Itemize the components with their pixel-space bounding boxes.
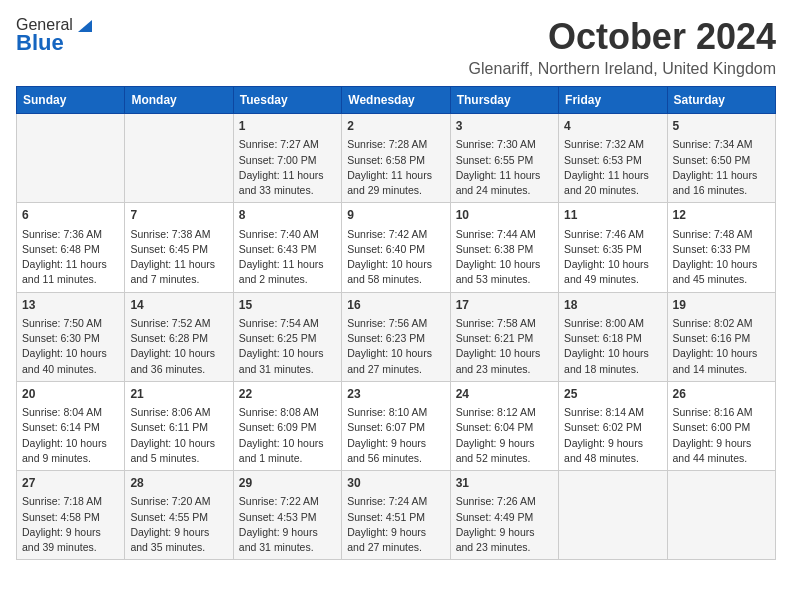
calendar-cell [667, 471, 775, 560]
day-number: 31 [456, 475, 553, 492]
day-info: Sunrise: 7:48 AM Sunset: 6:33 PM Dayligh… [673, 227, 770, 288]
day-info: Sunrise: 7:52 AM Sunset: 6:28 PM Dayligh… [130, 316, 227, 377]
day-number: 1 [239, 118, 336, 135]
calendar-cell: 4Sunrise: 7:32 AM Sunset: 6:53 PM Daylig… [559, 114, 667, 203]
day-info: Sunrise: 7:36 AM Sunset: 6:48 PM Dayligh… [22, 227, 119, 288]
calendar-cell: 23Sunrise: 8:10 AM Sunset: 6:07 PM Dayli… [342, 381, 450, 470]
day-info: Sunrise: 8:04 AM Sunset: 6:14 PM Dayligh… [22, 405, 119, 466]
calendar-week-row: 20Sunrise: 8:04 AM Sunset: 6:14 PM Dayli… [17, 381, 776, 470]
calendar-cell: 14Sunrise: 7:52 AM Sunset: 6:28 PM Dayli… [125, 292, 233, 381]
calendar-cell [17, 114, 125, 203]
day-number: 10 [456, 207, 553, 224]
calendar-week-row: 1Sunrise: 7:27 AM Sunset: 7:00 PM Daylig… [17, 114, 776, 203]
day-info: Sunrise: 7:50 AM Sunset: 6:30 PM Dayligh… [22, 316, 119, 377]
day-info: Sunrise: 8:06 AM Sunset: 6:11 PM Dayligh… [130, 405, 227, 466]
day-info: Sunrise: 7:44 AM Sunset: 6:38 PM Dayligh… [456, 227, 553, 288]
month-title: October 2024 [469, 16, 776, 58]
day-number: 8 [239, 207, 336, 224]
day-info: Sunrise: 7:32 AM Sunset: 6:53 PM Dayligh… [564, 137, 661, 198]
day-number: 4 [564, 118, 661, 135]
day-number: 7 [130, 207, 227, 224]
day-number: 6 [22, 207, 119, 224]
day-number: 2 [347, 118, 444, 135]
calendar-body: 1Sunrise: 7:27 AM Sunset: 7:00 PM Daylig… [17, 114, 776, 560]
calendar-cell: 11Sunrise: 7:46 AM Sunset: 6:35 PM Dayli… [559, 203, 667, 292]
calendar-cell: 24Sunrise: 8:12 AM Sunset: 6:04 PM Dayli… [450, 381, 558, 470]
day-number: 11 [564, 207, 661, 224]
day-info: Sunrise: 7:40 AM Sunset: 6:43 PM Dayligh… [239, 227, 336, 288]
day-number: 13 [22, 297, 119, 314]
day-number: 19 [673, 297, 770, 314]
page-header: General Blue October 2024 Glenariff, Nor… [16, 16, 776, 78]
calendar-cell: 17Sunrise: 7:58 AM Sunset: 6:21 PM Dayli… [450, 292, 558, 381]
day-info: Sunrise: 7:26 AM Sunset: 4:49 PM Dayligh… [456, 494, 553, 555]
day-number: 23 [347, 386, 444, 403]
calendar-cell: 22Sunrise: 8:08 AM Sunset: 6:09 PM Dayli… [233, 381, 341, 470]
day-info: Sunrise: 8:12 AM Sunset: 6:04 PM Dayligh… [456, 405, 553, 466]
day-info: Sunrise: 7:42 AM Sunset: 6:40 PM Dayligh… [347, 227, 444, 288]
day-info: Sunrise: 8:10 AM Sunset: 6:07 PM Dayligh… [347, 405, 444, 466]
calendar-cell: 1Sunrise: 7:27 AM Sunset: 7:00 PM Daylig… [233, 114, 341, 203]
day-info: Sunrise: 7:56 AM Sunset: 6:23 PM Dayligh… [347, 316, 444, 377]
calendar-cell: 13Sunrise: 7:50 AM Sunset: 6:30 PM Dayli… [17, 292, 125, 381]
logo-triangle-icon [74, 16, 92, 34]
calendar-cell: 28Sunrise: 7:20 AM Sunset: 4:55 PM Dayli… [125, 471, 233, 560]
day-info: Sunrise: 7:28 AM Sunset: 6:58 PM Dayligh… [347, 137, 444, 198]
day-info: Sunrise: 7:18 AM Sunset: 4:58 PM Dayligh… [22, 494, 119, 555]
calendar-cell: 29Sunrise: 7:22 AM Sunset: 4:53 PM Dayli… [233, 471, 341, 560]
day-header-wednesday: Wednesday [342, 87, 450, 114]
calendar-cell: 12Sunrise: 7:48 AM Sunset: 6:33 PM Dayli… [667, 203, 775, 292]
calendar-cell: 19Sunrise: 8:02 AM Sunset: 6:16 PM Dayli… [667, 292, 775, 381]
day-number: 16 [347, 297, 444, 314]
calendar-cell: 31Sunrise: 7:26 AM Sunset: 4:49 PM Dayli… [450, 471, 558, 560]
calendar-cell [559, 471, 667, 560]
day-number: 14 [130, 297, 227, 314]
calendar-cell: 20Sunrise: 8:04 AM Sunset: 6:14 PM Dayli… [17, 381, 125, 470]
calendar-cell: 7Sunrise: 7:38 AM Sunset: 6:45 PM Daylig… [125, 203, 233, 292]
title-area: October 2024 Glenariff, Northern Ireland… [469, 16, 776, 78]
calendar-cell: 25Sunrise: 8:14 AM Sunset: 6:02 PM Dayli… [559, 381, 667, 470]
day-info: Sunrise: 8:00 AM Sunset: 6:18 PM Dayligh… [564, 316, 661, 377]
day-number: 27 [22, 475, 119, 492]
day-number: 17 [456, 297, 553, 314]
day-number: 15 [239, 297, 336, 314]
day-info: Sunrise: 7:34 AM Sunset: 6:50 PM Dayligh… [673, 137, 770, 198]
day-info: Sunrise: 7:46 AM Sunset: 6:35 PM Dayligh… [564, 227, 661, 288]
day-info: Sunrise: 7:22 AM Sunset: 4:53 PM Dayligh… [239, 494, 336, 555]
day-number: 9 [347, 207, 444, 224]
day-number: 26 [673, 386, 770, 403]
logo: General Blue [16, 16, 93, 56]
day-info: Sunrise: 7:24 AM Sunset: 4:51 PM Dayligh… [347, 494, 444, 555]
calendar-cell: 9Sunrise: 7:42 AM Sunset: 6:40 PM Daylig… [342, 203, 450, 292]
calendar-header-row: SundayMondayTuesdayWednesdayThursdayFrid… [17, 87, 776, 114]
day-number: 3 [456, 118, 553, 135]
day-info: Sunrise: 8:08 AM Sunset: 6:09 PM Dayligh… [239, 405, 336, 466]
svg-marker-0 [78, 20, 92, 32]
day-number: 21 [130, 386, 227, 403]
day-info: Sunrise: 8:02 AM Sunset: 6:16 PM Dayligh… [673, 316, 770, 377]
day-info: Sunrise: 7:58 AM Sunset: 6:21 PM Dayligh… [456, 316, 553, 377]
calendar-cell: 26Sunrise: 8:16 AM Sunset: 6:00 PM Dayli… [667, 381, 775, 470]
calendar-cell: 10Sunrise: 7:44 AM Sunset: 6:38 PM Dayli… [450, 203, 558, 292]
day-number: 29 [239, 475, 336, 492]
day-info: Sunrise: 7:27 AM Sunset: 7:00 PM Dayligh… [239, 137, 336, 198]
day-header-friday: Friday [559, 87, 667, 114]
calendar-cell: 15Sunrise: 7:54 AM Sunset: 6:25 PM Dayli… [233, 292, 341, 381]
day-number: 24 [456, 386, 553, 403]
day-header-thursday: Thursday [450, 87, 558, 114]
day-number: 18 [564, 297, 661, 314]
location-title: Glenariff, Northern Ireland, United King… [469, 60, 776, 78]
calendar-cell: 30Sunrise: 7:24 AM Sunset: 4:51 PM Dayli… [342, 471, 450, 560]
day-number: 30 [347, 475, 444, 492]
day-info: Sunrise: 8:16 AM Sunset: 6:00 PM Dayligh… [673, 405, 770, 466]
calendar-cell: 5Sunrise: 7:34 AM Sunset: 6:50 PM Daylig… [667, 114, 775, 203]
calendar-cell: 2Sunrise: 7:28 AM Sunset: 6:58 PM Daylig… [342, 114, 450, 203]
calendar-cell: 3Sunrise: 7:30 AM Sunset: 6:55 PM Daylig… [450, 114, 558, 203]
calendar-cell: 27Sunrise: 7:18 AM Sunset: 4:58 PM Dayli… [17, 471, 125, 560]
day-info: Sunrise: 7:20 AM Sunset: 4:55 PM Dayligh… [130, 494, 227, 555]
calendar-week-row: 6Sunrise: 7:36 AM Sunset: 6:48 PM Daylig… [17, 203, 776, 292]
day-info: Sunrise: 8:14 AM Sunset: 6:02 PM Dayligh… [564, 405, 661, 466]
day-number: 22 [239, 386, 336, 403]
calendar-cell: 6Sunrise: 7:36 AM Sunset: 6:48 PM Daylig… [17, 203, 125, 292]
day-info: Sunrise: 7:54 AM Sunset: 6:25 PM Dayligh… [239, 316, 336, 377]
